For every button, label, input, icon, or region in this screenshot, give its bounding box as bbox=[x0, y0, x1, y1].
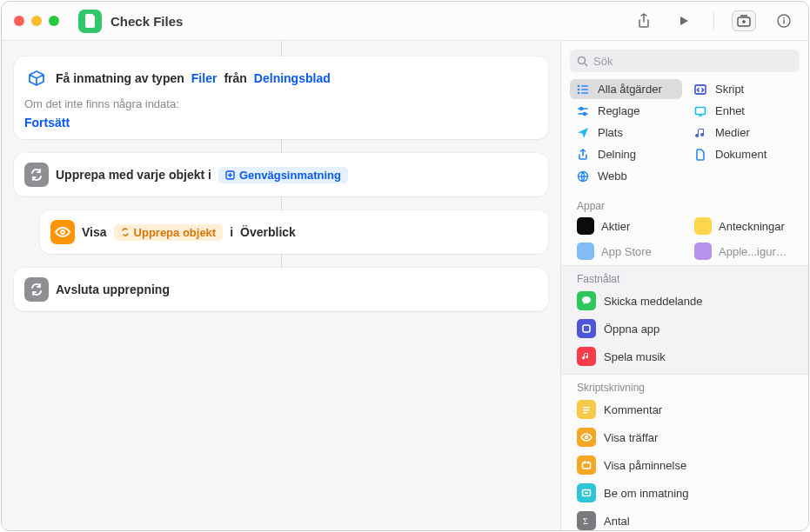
svg-point-12 bbox=[580, 107, 583, 110]
category-reglage[interactable]: Reglage bbox=[570, 101, 682, 121]
show-label: Visa bbox=[82, 225, 107, 239]
category-plats[interactable]: Plats bbox=[570, 123, 682, 143]
category-alla-åtgärder[interactable]: Alla åtgärder bbox=[570, 79, 682, 99]
svg-point-7 bbox=[578, 91, 580, 94]
app-icon bbox=[577, 217, 594, 235]
action-show-quicklook[interactable]: Visa Upprepa objekt i Överblick bbox=[40, 210, 548, 254]
category-enhet[interactable]: Enhet bbox=[687, 101, 800, 121]
search-icon bbox=[577, 56, 588, 67]
svg-rect-10 bbox=[581, 92, 588, 94]
window-title: Check Files bbox=[110, 14, 183, 29]
library-action-item[interactable]: Visa träffar bbox=[561, 423, 808, 451]
library-action-item[interactable]: Be om inmatning bbox=[561, 479, 808, 507]
show-variable[interactable]: Upprepa objekt bbox=[114, 224, 224, 241]
search-input[interactable]: Sök bbox=[570, 50, 800, 72]
input-type-param[interactable]: Filer bbox=[191, 71, 218, 85]
svg-point-20 bbox=[586, 436, 588, 439]
svg-rect-18 bbox=[583, 409, 590, 411]
apps-section-label: Appar bbox=[561, 193, 808, 214]
play-icon[interactable] bbox=[672, 10, 696, 31]
share-icon bbox=[577, 149, 591, 161]
shortcut-document-icon bbox=[78, 10, 102, 33]
input-source-param[interactable]: Delningsblad bbox=[254, 71, 331, 85]
library-action-item[interactable]: Kommentar bbox=[561, 396, 808, 423]
sigma-icon: Σ bbox=[577, 511, 596, 530]
input-fallback-label: Om det inte finns några indata: bbox=[24, 97, 538, 110]
action-mid: från bbox=[224, 71, 246, 85]
app-item[interactable]: App Store bbox=[570, 239, 682, 263]
svg-point-4 bbox=[579, 57, 586, 63]
library-action-item[interactable]: Spela musik bbox=[561, 342, 808, 370]
comment-icon bbox=[577, 400, 596, 419]
app-item[interactable]: Apple...igurator bbox=[687, 239, 800, 263]
show-app: Överblick bbox=[240, 225, 296, 239]
library-action-item[interactable]: Skicka meddelande bbox=[561, 287, 808, 315]
share-icon[interactable] bbox=[632, 10, 656, 31]
pinned-section-label: Fastnålat bbox=[561, 266, 808, 287]
category-skript[interactable]: Skript bbox=[687, 79, 800, 99]
traffic-lights bbox=[14, 16, 59, 26]
titlebar: Check Files bbox=[2, 2, 808, 41]
svg-rect-14 bbox=[696, 107, 706, 114]
show-mid: i bbox=[230, 225, 233, 239]
svg-rect-19 bbox=[583, 412, 587, 414]
svg-point-3 bbox=[61, 230, 64, 234]
app-icon bbox=[577, 243, 594, 260]
action-get-input[interactable]: Få inmatning av typen Filer från Delning… bbox=[14, 57, 548, 139]
action-library: Sök Alla åtgärderSkriptReglageEnhetPlats… bbox=[560, 41, 808, 530]
search-placeholder: Sök bbox=[593, 55, 613, 68]
app-icon bbox=[694, 243, 712, 260]
close-window-button[interactable] bbox=[14, 16, 24, 26]
device-icon bbox=[694, 105, 708, 117]
repeat-end-icon bbox=[24, 277, 49, 302]
minimize-window-button[interactable] bbox=[31, 16, 42, 26]
svg-rect-21 bbox=[583, 462, 591, 469]
svg-text:Σ: Σ bbox=[583, 516, 588, 526]
category-dokument[interactable]: Dokument bbox=[687, 144, 800, 164]
app-icon bbox=[694, 217, 712, 235]
chat-icon bbox=[577, 291, 596, 310]
repeat-label: Upprepa med varje objekt i bbox=[56, 168, 211, 182]
category-webb[interactable]: Webb bbox=[570, 166, 689, 186]
category-medier[interactable]: Medier bbox=[687, 123, 800, 143]
doc-icon bbox=[694, 149, 708, 161]
repeat-variable[interactable]: Genvägsinmatning bbox=[218, 167, 348, 183]
input-box-icon bbox=[24, 66, 49, 90]
sliders-icon bbox=[577, 105, 591, 117]
input-fallback-option[interactable]: Fortsätt bbox=[24, 116, 70, 130]
music-icon bbox=[694, 127, 708, 139]
shortcut-canvas[interactable]: Få inmatning av typen Filer från Delning… bbox=[2, 41, 560, 530]
open-icon bbox=[577, 319, 596, 338]
ask-icon bbox=[577, 483, 596, 502]
library-action-item[interactable]: ΣAntal bbox=[561, 507, 808, 530]
globe-icon bbox=[577, 170, 591, 183]
svg-point-13 bbox=[584, 112, 586, 115]
eye-icon bbox=[50, 220, 75, 244]
shortcut-input-icon bbox=[225, 170, 235, 180]
app-item[interactable]: Anteckningar bbox=[687, 214, 800, 238]
repeat-icon bbox=[24, 163, 49, 187]
library-add-icon[interactable] bbox=[732, 10, 756, 31]
music-icon bbox=[577, 347, 596, 366]
app-item[interactable]: Aktier bbox=[570, 214, 682, 238]
info-icon[interactable] bbox=[772, 10, 796, 31]
action-end-repeat[interactable]: Avsluta upprepning bbox=[14, 268, 548, 311]
svg-rect-16 bbox=[583, 325, 590, 332]
end-repeat-label: Avsluta upprepning bbox=[56, 283, 170, 296]
repeat-item-icon bbox=[121, 228, 130, 236]
eye-icon bbox=[577, 428, 596, 447]
category-grid: Alla åtgärderSkriptReglageEnhetPlatsMedi… bbox=[561, 79, 808, 193]
list-icon bbox=[577, 83, 591, 96]
library-action-item[interactable]: Visa påminnelse bbox=[561, 451, 808, 479]
action-repeat-each[interactable]: Upprepa med varje objekt i Genvägsinmatn… bbox=[14, 153, 548, 196]
library-action-item[interactable]: Öppna app bbox=[561, 315, 808, 342]
code-icon bbox=[694, 83, 708, 96]
scripting-section-label: Skriptskrivning bbox=[561, 375, 808, 396]
app-window: Check Files bbox=[1, 1, 809, 531]
zoom-window-button[interactable] bbox=[49, 16, 59, 26]
category-delning[interactable]: Delning bbox=[570, 144, 682, 164]
svg-rect-17 bbox=[583, 407, 590, 409]
svg-rect-9 bbox=[581, 89, 588, 90]
action-label: Få inmatning av typen bbox=[56, 71, 184, 85]
svg-point-6 bbox=[578, 88, 580, 90]
